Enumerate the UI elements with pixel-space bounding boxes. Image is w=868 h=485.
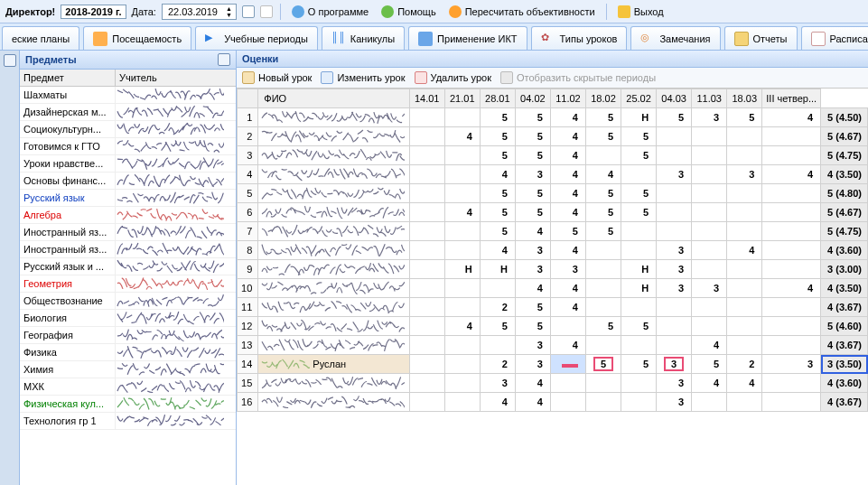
subject-row[interactable]: Русский язык — [20, 190, 236, 207]
grade-cell[interactable]: 5 — [480, 222, 515, 241]
table-row[interactable]: 8434344 (3.60) — [238, 241, 868, 260]
table-row[interactable]: 15343444 (3.60) — [238, 374, 868, 393]
about-button[interactable]: О программе — [288, 4, 372, 20]
grade-cell[interactable]: 5 — [480, 108, 515, 127]
grade-cell[interactable] — [409, 374, 444, 393]
grade-cell[interactable] — [657, 336, 692, 355]
grade-cell[interactable]: 4 — [550, 203, 585, 222]
subject-row[interactable]: География — [20, 327, 236, 344]
grade-cell[interactable] — [409, 241, 444, 260]
final-grade[interactable]: 4 (3.60) — [821, 241, 868, 260]
grade-cell[interactable] — [657, 184, 692, 203]
grade-cell[interactable]: 4 — [444, 317, 480, 336]
grade-cell[interactable] — [585, 393, 621, 412]
tab-periods[interactable]: ▶Учебные периоды — [195, 26, 318, 50]
grade-cell[interactable] — [409, 336, 444, 355]
final-grade[interactable]: 4 (3.50) — [821, 279, 868, 298]
grade-cell[interactable] — [550, 355, 585, 374]
grade-cell[interactable] — [409, 203, 444, 222]
grade-cell[interactable]: 4 — [762, 279, 821, 298]
subject-row[interactable]: Химия — [20, 361, 236, 378]
grade-cell[interactable] — [409, 393, 444, 412]
subject-row[interactable]: МХК — [20, 378, 236, 396]
table-row[interactable]: 443443344 (3.50) — [238, 165, 868, 184]
grade-cell[interactable] — [657, 127, 692, 146]
grade-cell[interactable] — [409, 279, 444, 298]
edit-lesson-button[interactable]: Изменить урок — [321, 71, 405, 84]
grade-cell[interactable] — [692, 260, 727, 279]
tab-attendance[interactable]: Посещаемость — [83, 26, 191, 50]
grade-cell[interactable] — [480, 279, 515, 298]
grade-cell[interactable] — [480, 336, 515, 355]
grade-cell[interactable] — [657, 317, 692, 336]
grade-cell[interactable]: 3 — [515, 260, 550, 279]
subjects-list[interactable]: ШахматыДизайнерская м...Социокультурн...… — [20, 87, 236, 485]
grade-cell[interactable]: 5 — [621, 317, 657, 336]
grade-cell[interactable] — [444, 146, 480, 165]
grade-cell[interactable] — [585, 298, 621, 317]
grade-cell[interactable] — [762, 203, 821, 222]
grade-cell[interactable] — [444, 393, 480, 412]
grade-cell[interactable] — [621, 222, 657, 241]
grade-cell[interactable] — [762, 127, 821, 146]
grade-cell[interactable] — [444, 184, 480, 203]
grade-cell[interactable]: 5 — [585, 108, 621, 127]
grade-cell[interactable] — [444, 165, 480, 184]
grade-cell[interactable]: 4 — [515, 393, 550, 412]
grade-cell[interactable] — [409, 146, 444, 165]
grade-cell[interactable] — [692, 298, 727, 317]
grade-cell[interactable] — [444, 108, 480, 127]
grade-cell[interactable] — [444, 279, 480, 298]
grade-cell[interactable] — [657, 222, 692, 241]
grade-cell[interactable]: 5 — [515, 317, 550, 336]
grade-cell[interactable] — [692, 203, 727, 222]
grade-cell[interactable]: 5 — [585, 317, 621, 336]
refresh-icon[interactable] — [4, 54, 16, 67]
grade-cell[interactable]: Н — [621, 260, 657, 279]
grade-cell[interactable]: 5 — [480, 317, 515, 336]
grade-cell[interactable] — [692, 393, 727, 412]
grade-cell[interactable]: 3 — [515, 241, 550, 260]
grade-cell[interactable] — [621, 393, 657, 412]
table-row[interactable]: 5554555 (4.80) — [238, 184, 868, 203]
col-teacher[interactable]: Учитель — [116, 70, 236, 86]
final-grade[interactable]: 5 (4.80) — [821, 184, 868, 203]
grade-cell[interactable] — [621, 298, 657, 317]
final-grade[interactable]: 5 (4.75) — [821, 146, 868, 165]
grade-cell[interactable]: 5 — [621, 184, 657, 203]
grade-cell[interactable] — [550, 374, 585, 393]
grade-cell[interactable]: 5 — [585, 355, 621, 374]
grade-cell[interactable]: 4 — [762, 165, 821, 184]
grade-cell[interactable]: 4 — [550, 146, 585, 165]
grade-cell[interactable] — [727, 336, 762, 355]
subject-row[interactable]: Основы финанс... — [20, 173, 236, 190]
grade-cell[interactable]: 5 — [480, 127, 515, 146]
grade-cell[interactable] — [692, 241, 727, 260]
grade-cell[interactable]: 3 — [515, 165, 550, 184]
subject-row[interactable]: Физическая кул... — [20, 396, 236, 413]
grade-cell[interactable] — [550, 393, 585, 412]
table-row[interactable]: 1044Н3344 (3.50) — [238, 279, 868, 298]
final-grade[interactable]: 5 (4.50) — [821, 108, 868, 127]
grade-cell[interactable]: 5 — [480, 146, 515, 165]
grade-cell[interactable]: 3 — [762, 355, 821, 374]
table-row[interactable]: 14Руслан235535233 (3.50) — [238, 355, 868, 374]
school-year[interactable]: 2018-2019 г. — [61, 5, 126, 19]
grade-cell[interactable]: 4 — [692, 336, 727, 355]
grade-cell[interactable]: 5 — [621, 127, 657, 146]
date-spin-down-icon[interactable]: ▼ — [226, 12, 232, 18]
grade-cell[interactable] — [727, 222, 762, 241]
grade-cell[interactable] — [444, 355, 480, 374]
grade-cell[interactable]: 5 — [515, 203, 550, 222]
grade-cell[interactable]: 5 — [480, 203, 515, 222]
grade-cell[interactable] — [409, 260, 444, 279]
grade-cell[interactable] — [727, 203, 762, 222]
final-grade[interactable]: 4 (3.50) — [821, 165, 868, 184]
tab-plans[interactable]: еские планы — [2, 26, 79, 50]
grade-cell[interactable]: Н — [621, 108, 657, 127]
grade-cell[interactable]: 2 — [480, 355, 515, 374]
grade-cell[interactable] — [762, 336, 821, 355]
subject-row[interactable]: Иностранный яз... — [20, 241, 236, 258]
grade-cell[interactable] — [692, 165, 727, 184]
grade-cell[interactable]: 5 — [515, 127, 550, 146]
